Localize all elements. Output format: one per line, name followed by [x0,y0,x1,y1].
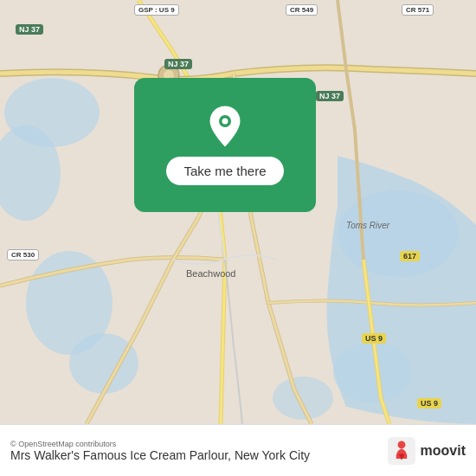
road-label-us9-mid: US 9 [362,333,386,344]
place-name: Mrs Walker's Famous Ice Cream Parlour, N… [10,448,310,462]
beachwood-label: Beachwood [186,268,236,279]
svg-point-4 [69,333,138,394]
svg-point-11 [222,119,228,125]
road-label-cr549: CR 549 [286,4,318,16]
moovit-text: moovit [421,443,466,459]
location-pin-icon [203,105,247,148]
attribution-text: © OpenStreetMap contributors [10,440,310,448]
road-label-617: 617 [400,251,420,261]
action-overlay: Take me there [134,78,316,212]
svg-point-13 [397,441,405,448]
road-label-gsp: GSP : US 9 [134,4,179,16]
svg-point-7 [273,376,333,420]
road-label-nj37-center: NJ 37 [164,59,192,69]
info-bar: © OpenStreetMap contributors Mrs Walker'… [0,424,476,476]
svg-point-6 [333,342,411,402]
moovit-logo[interactable]: moovit [388,437,466,465]
road-label-us9-bottom: US 9 [417,398,441,408]
road-label-cr530: CR 530 [7,249,39,261]
take-me-there-button[interactable]: Take me there [166,157,283,185]
moovit-brand-icon [388,437,415,465]
map-container: NJ 37 GSP : US 9 CR 549 CR 571 NJ 37 NJ … [0,0,476,424]
road-label-cr571: CR 571 [402,4,434,16]
info-left: © OpenStreetMap contributors Mrs Walker'… [10,440,310,462]
road-label-nj37-right: NJ 37 [316,91,344,101]
toms-river-label: Toms River [346,221,389,230]
road-label-nj37-left: NJ 37 [16,24,43,35]
svg-point-5 [338,190,459,277]
